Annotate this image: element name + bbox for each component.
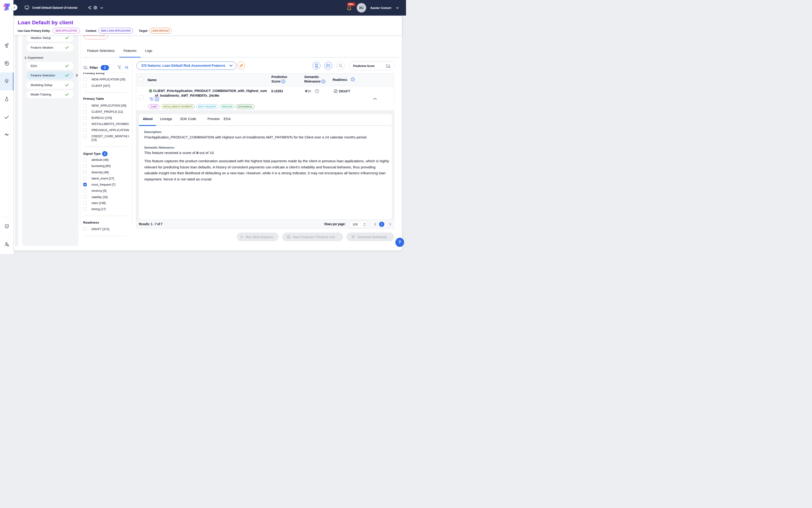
svg-text:ID: ID xyxy=(156,98,158,100)
svg-text:?: ? xyxy=(316,90,318,92)
svg-text:CSV: CSV xyxy=(315,66,318,68)
svg-text:?: ? xyxy=(322,80,324,83)
svg-text:?: ? xyxy=(352,78,353,81)
svg-text:?: ? xyxy=(283,80,284,83)
